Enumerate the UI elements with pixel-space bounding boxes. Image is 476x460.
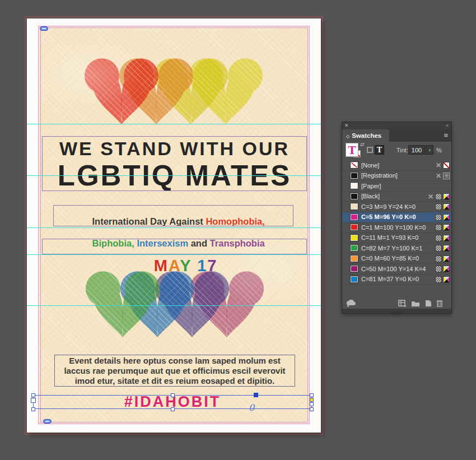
selection-handle-bottom-mid[interactable] (171, 407, 175, 411)
spot-grid-icon (435, 276, 442, 283)
swatch-row-red[interactable]: C=1 M=100 Y=100 K=0 (342, 222, 451, 233)
tab-swatches[interactable]: ◇Swatches (342, 129, 389, 142)
new-color-group-folder-icon[interactable] (411, 300, 420, 307)
swatch-name: [Paper] (361, 183, 381, 189)
none-swatch-icon (443, 162, 450, 169)
registration-icon: ⊕ (443, 173, 450, 179)
panel-title-bar: ✕ « (342, 122, 451, 129)
swatch-row-blue[interactable]: C=81 M=37 Y=0 K=0 (342, 275, 451, 285)
swatch-row-cream[interactable]: C=3 M=9 Y=24 K=0 (342, 202, 451, 212)
tint-value-input[interactable]: 100 (408, 145, 425, 155)
collapse-panel-icon[interactable]: « (446, 122, 449, 129)
swatch-chip-none (351, 162, 358, 168)
text-out-port[interactable] (310, 402, 314, 406)
selection-handle-bottom-right[interactable] (310, 407, 314, 411)
ruler-guide-2[interactable] (27, 175, 321, 176)
ruler-guide-3[interactable] (27, 227, 321, 228)
subtitle-run-homophobia: Homophobia, (206, 216, 264, 226)
spot-grid-icon (435, 245, 442, 252)
swatch-row-none[interactable]: [None] ✕ (342, 160, 451, 171)
selection-handle-top-mid[interactable] (171, 393, 175, 397)
selection-handle-top-right[interactable] (310, 393, 314, 397)
swatch-chip (351, 235, 358, 241)
text-in-port[interactable] (31, 398, 36, 403)
swatch-views-icon[interactable] (398, 300, 406, 307)
panel-bottom-bar (342, 299, 451, 309)
cmyk-mode-icon (443, 245, 450, 252)
swatch-chip (351, 183, 358, 189)
story-thread-glyph: 0 (249, 402, 254, 413)
swap-fill-stroke-icon[interactable]: ⇄ (360, 142, 365, 147)
swatches-panel: ✕ « ◇Swatches ≡ T ⇄ T Tint: 100 › % [Non… (342, 122, 452, 314)
swatch-chip (351, 214, 358, 220)
swatch-list: [None] ✕ [Registration] ✕⊕ [Paper] [Blac… (342, 160, 451, 285)
swatch-chip (351, 193, 358, 199)
swatch-row-paper[interactable]: [Paper] (342, 181, 451, 192)
swatch-name: C=11 M=1 Y=93 K=0 (361, 234, 418, 241)
link-badge-top[interactable] (40, 26, 48, 31)
fill-proxy-swatch[interactable]: T (346, 143, 358, 157)
new-swatch-icon[interactable] (424, 300, 432, 307)
ruler-guide-1[interactable] (27, 124, 321, 124)
swatch-name: [None] (361, 162, 379, 169)
spot-grid-icon (435, 203, 442, 210)
selection-reference-point[interactable] (254, 393, 258, 397)
swatch-chip (351, 276, 358, 282)
swatch-name: [Black] (361, 193, 380, 199)
panel-tab-row: ◇Swatches ≡ (342, 129, 451, 142)
tint-dropdown-chevron-icon[interactable]: › (426, 145, 433, 155)
container-formatting-button[interactable] (367, 147, 373, 153)
ruler-guide-4[interactable] (27, 254, 321, 255)
corner-options-control[interactable] (310, 398, 314, 402)
swatch-row-yellow[interactable]: C=11 M=1 Y=93 K=0 (342, 233, 451, 244)
spot-grid-icon (435, 193, 442, 200)
non-editable-icon: ✕ (435, 162, 442, 169)
swatch-row-purple[interactable]: C=50 M=100 Y=14 K=4 (342, 264, 451, 275)
swatch-chip (351, 203, 358, 210)
spot-grid-icon (435, 255, 442, 262)
date-letter: A (169, 257, 180, 275)
selection-handle-bottom-left[interactable] (31, 407, 35, 411)
spot-grid-icon (435, 235, 442, 241)
event-details-text-frame[interactable]: Event details here optus conse lam saped… (54, 355, 295, 387)
panel-menu-icon[interactable]: ≡ (444, 132, 448, 140)
fill-stroke-proxy-area: T ⇄ T Tint: 100 › % (342, 142, 451, 160)
swatch-chip (351, 245, 358, 251)
date-text[interactable]: MAY 17 (42, 238, 307, 294)
date-letter: 1 (197, 257, 207, 275)
spot-grid-icon (435, 214, 442, 221)
panel-resize-handle[interactable]: ||||| (342, 309, 451, 313)
delete-swatch-trash-icon[interactable] (436, 299, 443, 307)
application-canvas: WE STAND WITH OUR LGBTIQ MATES Internati… (0, 0, 476, 460)
panel-title: Swatches (352, 132, 381, 139)
swatch-row-magenta-selected[interactable]: C=5 M=96 Y=0 K=0 (342, 212, 451, 223)
swatch-name: C=82 M=7 Y=100 K=1 (361, 245, 422, 252)
close-icon[interactable]: ✕ (344, 122, 349, 129)
swatch-row-green[interactable]: C=82 M=7 Y=100 K=1 (342, 243, 451, 254)
swatch-chip (351, 266, 358, 272)
swatch-name: C=1 M=100 Y=100 K=0 (361, 224, 426, 231)
swatch-row-orange[interactable]: C=0 M=60 Y=85 K=0 (342, 254, 451, 264)
date-letter: 7 (207, 257, 217, 275)
swatch-name: C=50 M=100 Y=14 K=4 (361, 266, 426, 272)
subtitle-run: International Day Against (92, 216, 206, 226)
cc-libraries-cloud-icon[interactable] (346, 300, 356, 307)
swatch-row-registration[interactable]: [Registration] ✕⊕ (342, 171, 451, 182)
swatch-name: C=5 M=96 Y=0 K=0 (361, 213, 416, 220)
cmyk-mode-icon (443, 193, 450, 200)
swatch-row-black[interactable]: [Black] ✕ (342, 192, 451, 202)
cmyk-mode-icon (443, 276, 450, 283)
cmyk-mode-icon (443, 255, 450, 262)
cmyk-mode-icon (443, 235, 450, 241)
swatch-name: C=0 M=60 Y=85 K=0 (361, 255, 419, 262)
ruler-guide-5[interactable] (27, 305, 321, 306)
spot-grid-icon (435, 224, 442, 231)
swatch-name: [Registration] (361, 172, 398, 179)
link-badge-bottom[interactable] (43, 419, 52, 424)
cmyk-mode-icon (443, 203, 450, 210)
tint-percent-sign: % (436, 147, 442, 154)
headline-line1[interactable]: WE STAND WITH OUR (42, 138, 307, 160)
text-formatting-button[interactable]: T (375, 145, 384, 155)
selection-handle-top-left[interactable] (31, 393, 35, 397)
swatch-chip (351, 255, 358, 262)
